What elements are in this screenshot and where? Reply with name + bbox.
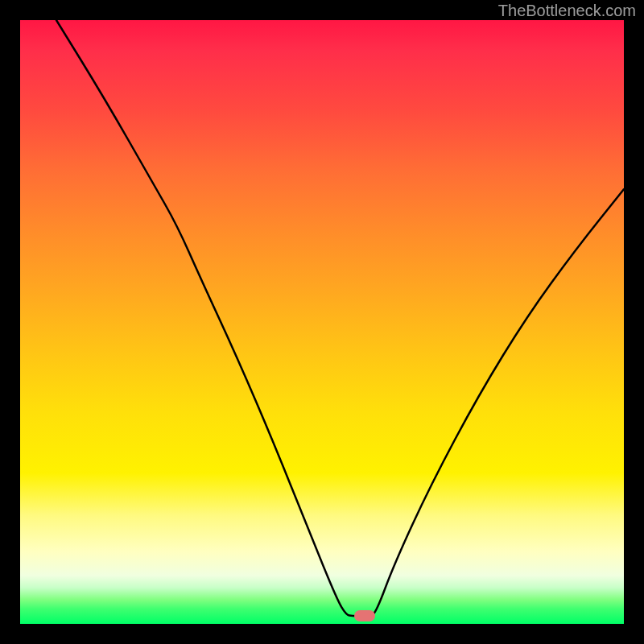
bottleneck-curve: [20, 20, 624, 624]
watermark-text: TheBottleneck.com: [498, 2, 636, 20]
optimal-point-marker: [354, 610, 375, 621]
